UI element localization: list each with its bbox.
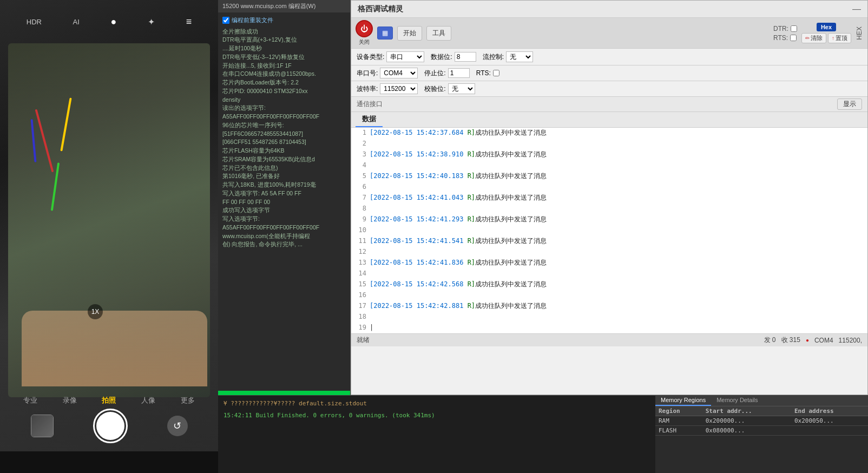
table-row: 3 [2022-08-15 15:42:38.910 R]成功往队列中发送了消息: [351, 149, 867, 160]
ide-bottom-panel: ¥ ????????????¥????? default.size.stdout…: [218, 395, 655, 473]
status-recv: 收 315: [781, 336, 800, 345]
start-btn[interactable]: 开始: [397, 26, 422, 41]
prog-checkbox-row: 编程前重装文件: [222, 16, 346, 25]
display-button[interactable]: 显示: [837, 98, 862, 110]
table-row: 7 [2022-08-15 15:42:41.043 R]成功往队列中发送了消息: [351, 193, 867, 203]
serial-toolbar: ⏻ 关闭 ▦ 开始 工具 DTR: RTS: Hex ✏ 清除: [351, 18, 867, 49]
table-row: 18: [351, 312, 867, 323]
programmer-title: 15200 www.mcuisp.com 编程器(W): [222, 2, 315, 10]
device-type-select[interactable]: 串口: [386, 51, 424, 62]
serial-config-section: 设备类型: 串口 数据位: 流控制: 无: [351, 49, 867, 65]
tools-btn[interactable]: 工具: [426, 26, 451, 41]
device-type-label: 设备类型:: [357, 52, 384, 62]
record-btn[interactable]: ●: [111, 16, 117, 28]
clear-button[interactable]: ✏ 清除: [801, 33, 826, 43]
port-select[interactable]: COM4: [380, 68, 418, 78]
data-tab[interactable]: 数据: [356, 112, 383, 127]
memory-details-tab[interactable]: Memory Details: [711, 395, 763, 406]
table-row: 8: [351, 203, 867, 214]
hdr-btn[interactable]: HDR: [27, 18, 42, 26]
table-row: 19|: [351, 323, 867, 333]
rts-checkbox[interactable]: [790, 35, 797, 41]
table-row: 2: [351, 139, 867, 149]
table-row: 11 [2022-08-15 15:42:41.541 R]成功往队列中发送了消…: [351, 236, 867, 247]
mode-more[interactable]: 更多: [181, 396, 195, 405]
table-row: 13 [2022-08-15 15:42:41.836 R]成功往队列中发送了消…: [351, 258, 867, 268]
dtr-checkbox[interactable]: [791, 25, 797, 32]
table-row: RAM 0x200000... 0x200050...: [655, 416, 868, 426]
mode-photo[interactable]: 拍照: [102, 396, 116, 405]
baud-select[interactable]: 115200: [380, 83, 418, 94]
col-region: Region: [655, 406, 702, 416]
parity-label: 校验位:: [424, 84, 445, 94]
memory-tab-bar: Memory Regions Memory Details: [655, 395, 868, 406]
mode-video[interactable]: 录像: [63, 396, 77, 405]
capture-button[interactable]: [93, 409, 128, 443]
rts-section-label: RTS:: [476, 69, 491, 77]
status-dot: ●: [806, 337, 809, 343]
programmer-panel: 15200 www.mcuisp.com 编程器(W) 编程前重装文件 全片擦除…: [218, 0, 351, 395]
flow-control-select[interactable]: 无: [506, 51, 533, 62]
rts-label: RTS:: [773, 34, 788, 42]
serial-config-row2: 串口号: COM4 停止位: RTS:: [351, 65, 867, 81]
table-row: 1 [2022-08-15 15:42:37.684 R]成功往队列中发送了消息: [351, 128, 867, 139]
col-end: End address: [791, 406, 868, 416]
connect-button[interactable]: ⏻: [356, 20, 373, 37]
status-port: COM4: [814, 337, 833, 344]
col-start: Start addr...: [702, 406, 791, 416]
camera-switch-button[interactable]: ↺: [167, 416, 188, 436]
programmer-header: 15200 www.mcuisp.com 编程器(W): [218, 0, 350, 12]
camera-thumbnail[interactable]: [31, 415, 54, 437]
programmer-content: 编程前重装文件 全片擦除成功 DTR电平置高(+3-+12V),复位 ....延…: [218, 12, 350, 391]
star-btn[interactable]: ✦: [148, 17, 155, 27]
serial-title: 格西调试精灵: [358, 4, 403, 14]
serial-status-bar: 就绪 发 0 收 315 ● COM4 115200,: [351, 333, 867, 346]
table-row: FLASH 0x080000...: [655, 426, 868, 436]
tab-btn-icon[interactable]: ▦: [377, 27, 393, 40]
baud-label: 波特率:: [357, 84, 378, 94]
data-bits-label: 数据位:: [431, 52, 452, 62]
stop-bits-label: 停止位:: [424, 69, 445, 78]
connect-label: 关闭: [359, 38, 370, 46]
table-row: 10: [351, 225, 867, 236]
table-row: 16: [351, 290, 867, 301]
serial-title-bar: 格西调试精灵 —: [351, 1, 867, 18]
prog-checkbox-label: 编程前重装文件: [232, 16, 273, 25]
table-row: 6: [351, 182, 867, 193]
parity-select[interactable]: 无: [448, 83, 475, 94]
programmer-progress-fill: [218, 391, 350, 395]
ide-bottom-line2: 15:42:11 Build Finished. 0 errors, 0 war…: [223, 411, 650, 421]
serial-data-area[interactable]: 1 [2022-08-15 15:42:37.684 R]成功往队列中发送了消息…: [351, 128, 867, 333]
mode-pro[interactable]: 专业: [23, 396, 37, 405]
table-row: 4: [351, 160, 867, 171]
ai-btn[interactable]: AI: [73, 18, 80, 26]
camera-modes: 专业 录像 拍照 人像 更多: [0, 396, 218, 405]
table-row: 17 [2022-08-15 15:42:42.881 R]成功往队列中发送了消…: [351, 301, 867, 312]
port-label: 串口号:: [357, 69, 378, 78]
memory-regions-tab[interactable]: Memory Regions: [655, 395, 711, 406]
zoom-indicator[interactable]: 1X: [88, 304, 103, 319]
mode-portrait[interactable]: 人像: [141, 396, 155, 405]
serial-tab-bar: 数据: [351, 112, 867, 128]
data-bits-input[interactable]: [455, 52, 476, 62]
hex-section-label: HEX: [856, 27, 863, 40]
programmer-progress: [218, 391, 350, 395]
serial-panel: 格西调试精灵 — ⏻ 关闭 ▦ 开始 工具 DTR: RTS: Hex: [351, 0, 868, 395]
status-send: 发 0: [764, 336, 776, 345]
stop-bits-input[interactable]: [448, 68, 470, 78]
serial-close-icon[interactable]: —: [852, 4, 861, 14]
memory-table: Region Start addr... End address RAM 0x2…: [655, 406, 868, 436]
programmer-log: 全片擦除成功 DTR电平置高(+3-+12V),复位 ....延时100毫秒 D…: [222, 28, 346, 249]
menu-btn[interactable]: ≡: [186, 16, 192, 28]
table-row: 14: [351, 268, 867, 279]
prog-checkbox[interactable]: [222, 17, 229, 24]
reset-button[interactable]: ↑ 置顶: [828, 33, 851, 43]
rts-checkbox-2[interactable]: [493, 70, 499, 76]
comm-section-row: 通信接口 显示: [351, 97, 867, 112]
table-row: 15 [2022-08-15 15:42:42.568 R]成功往队列中发送了消…: [351, 279, 867, 290]
memory-panel: Memory Regions Memory Details Region Sta…: [655, 395, 868, 473]
table-row: 5 [2022-08-15 15:42:40.183 R]成功往队列中发送了消息: [351, 171, 867, 182]
table-row: 9 [2022-08-15 15:42:41.293 R]成功往队列中发送了消息: [351, 214, 867, 225]
table-row: 12: [351, 247, 867, 258]
comm-section-label: 通信接口: [357, 100, 383, 109]
